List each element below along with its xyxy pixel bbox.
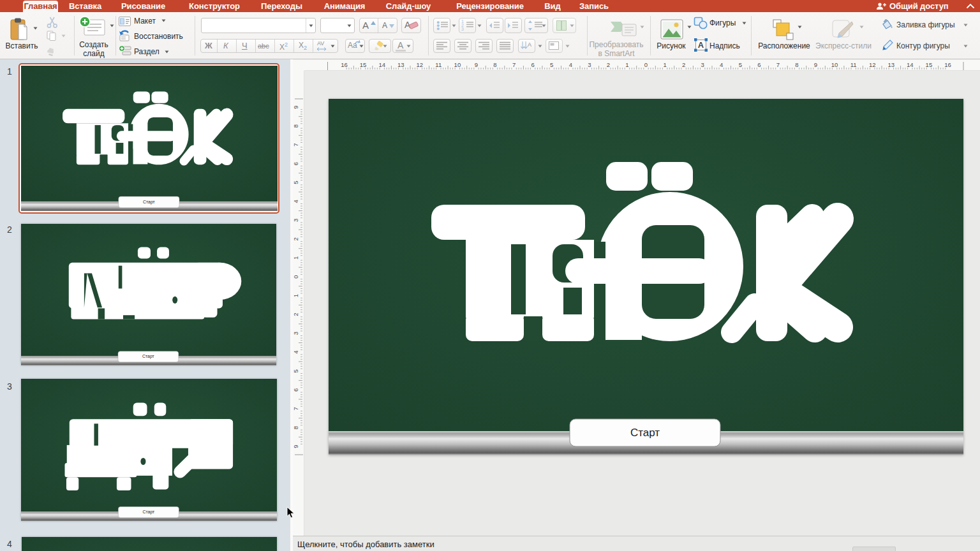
svg-text:8: 8 <box>293 426 299 429</box>
svg-text:9: 9 <box>293 105 299 108</box>
svg-text:Старт: Старт <box>143 510 155 515</box>
svg-text:5: 5 <box>550 61 553 68</box>
svg-text:0: 0 <box>293 275 299 278</box>
svg-text:4: 4 <box>720 61 723 68</box>
svg-text:2: 2 <box>293 237 299 240</box>
svg-text:8: 8 <box>493 61 496 68</box>
svg-text:12: 12 <box>869 61 876 68</box>
svg-text:5: 5 <box>293 181 299 184</box>
svg-text:1: 1 <box>293 294 299 297</box>
svg-text:7: 7 <box>512 61 516 68</box>
svg-text:7: 7 <box>776 61 780 68</box>
svg-text:7: 7 <box>293 407 299 410</box>
svg-text:Старт: Старт <box>630 427 660 439</box>
svg-text:11: 11 <box>435 61 442 68</box>
svg-text:6: 6 <box>531 61 534 68</box>
svg-text:9: 9 <box>293 444 299 448</box>
svg-text:6: 6 <box>293 388 299 392</box>
svg-text:А: А <box>698 40 704 50</box>
svg-text:11: 11 <box>850 61 857 68</box>
svg-text:7: 7 <box>293 143 299 146</box>
svg-text:8: 8 <box>795 61 798 68</box>
svg-text:16: 16 <box>944 61 951 68</box>
svg-text:3: 3 <box>293 332 299 335</box>
svg-text:Старт: Старт <box>143 200 155 205</box>
svg-text:3: 3 <box>293 219 299 222</box>
svg-text:15: 15 <box>360 61 367 68</box>
svg-text:12: 12 <box>417 61 424 68</box>
svg-text:9: 9 <box>814 61 817 68</box>
svg-text:3: 3 <box>701 61 704 68</box>
svg-text:Старт: Старт <box>142 354 154 359</box>
svg-text:6: 6 <box>757 61 761 68</box>
svg-text:4: 4 <box>293 200 299 203</box>
svg-text:9: 9 <box>475 61 478 68</box>
svg-text:10: 10 <box>831 61 838 68</box>
svg-text:2: 2 <box>682 61 685 68</box>
svg-text:2: 2 <box>607 61 610 68</box>
svg-text:1: 1 <box>625 61 628 68</box>
svg-text:5: 5 <box>293 369 299 372</box>
svg-text:8: 8 <box>293 124 299 128</box>
svg-text:16: 16 <box>341 61 348 68</box>
svg-text:5: 5 <box>739 61 742 68</box>
svg-text:1: 1 <box>663 61 666 68</box>
svg-text:4: 4 <box>293 351 299 354</box>
svg-text:А: А <box>528 41 531 48</box>
svg-text:6: 6 <box>293 162 299 165</box>
svg-text:2: 2 <box>293 312 299 316</box>
svg-text:3: 3 <box>588 61 591 68</box>
svg-text:13: 13 <box>397 61 405 68</box>
svg-text:14: 14 <box>378 61 385 68</box>
svg-text:4: 4 <box>569 61 572 68</box>
svg-text:10: 10 <box>454 61 461 68</box>
svg-text:14: 14 <box>907 61 914 68</box>
svg-text:13: 13 <box>888 61 895 68</box>
svg-text:0: 0 <box>644 61 648 68</box>
svg-text:15: 15 <box>926 61 933 68</box>
svg-text:1: 1 <box>293 256 299 260</box>
